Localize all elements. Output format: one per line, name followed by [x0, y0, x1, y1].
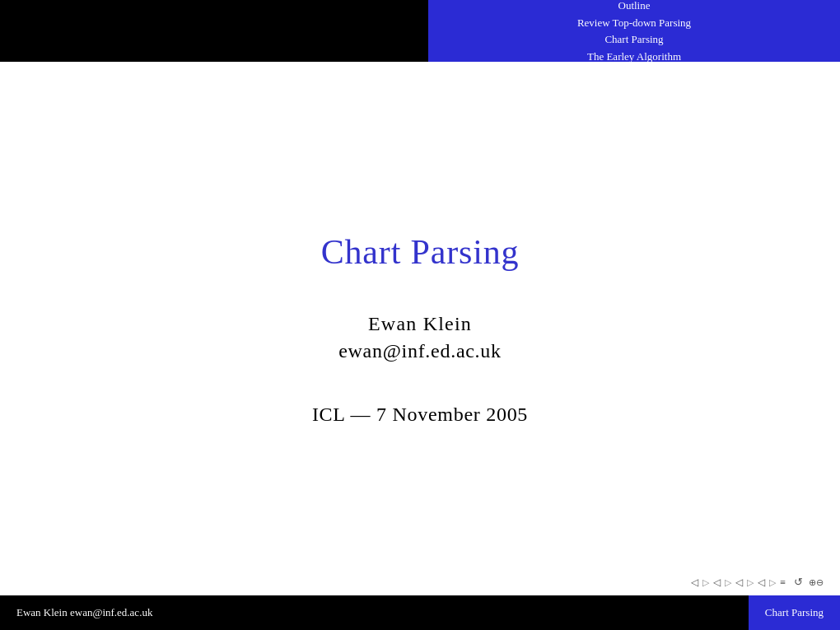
nav-item-outline[interactable]: Outline: [618, 0, 651, 14]
nav-sep-2: ▷: [725, 577, 731, 588]
bottom-author-info: Ewan Klein ewan@inf.ed.ac.uk: [16, 606, 152, 619]
nav-zoom-icon[interactable]: ⊕⊖: [809, 577, 824, 588]
nav-left-4-icon[interactable]: ◁: [758, 576, 765, 589]
nav-sep-4: ▷: [769, 577, 776, 588]
slide-nav-icons: ◁ ▷ ◁ ▷ ◁ ▷ ◁ ▷ ≡ ↺ ⊕⊖: [691, 576, 824, 589]
bottom-slide-title: Chart Parsing: [765, 606, 824, 619]
bottom-bar-left: Ewan Klein ewan@inf.ed.ac.uk: [0, 606, 749, 619]
bottom-bar-right: Chart Parsing: [749, 595, 840, 630]
nav-left-1-icon[interactable]: ◁: [691, 576, 698, 589]
author-block: Ewan Klein ewan@inf.ed.ac.uk: [338, 313, 502, 362]
author-email: ewan@inf.ed.ac.uk: [338, 340, 502, 362]
slide-title: Chart Parsing: [321, 232, 520, 272]
nav-sep-1: ▷: [702, 577, 709, 588]
event-date: ICL — 7 November 2005: [312, 404, 528, 426]
nav-sep-3: ▷: [747, 577, 754, 588]
top-navigation-bar: Outline Review Top-down Parsing Chart Pa…: [0, 0, 840, 62]
nav-menu-icon[interactable]: ≡: [780, 576, 786, 589]
slide-content: Chart Parsing Ewan Klein ewan@inf.ed.ac.…: [0, 62, 840, 595]
top-nav-menu: Outline Review Top-down Parsing Chart Pa…: [428, 0, 840, 62]
nav-refresh-icon[interactable]: ↺: [794, 576, 803, 589]
bottom-navigation-bar: Ewan Klein ewan@inf.ed.ac.uk Chart Parsi…: [0, 595, 840, 630]
author-name: Ewan Klein: [338, 313, 502, 335]
nav-item-review[interactable]: Review Top-down Parsing: [577, 15, 691, 31]
nav-left-3-icon[interactable]: ◁: [735, 576, 743, 589]
nav-item-chart[interactable]: Chart Parsing: [604, 31, 663, 48]
nav-left-2-icon[interactable]: ◁: [713, 576, 721, 589]
